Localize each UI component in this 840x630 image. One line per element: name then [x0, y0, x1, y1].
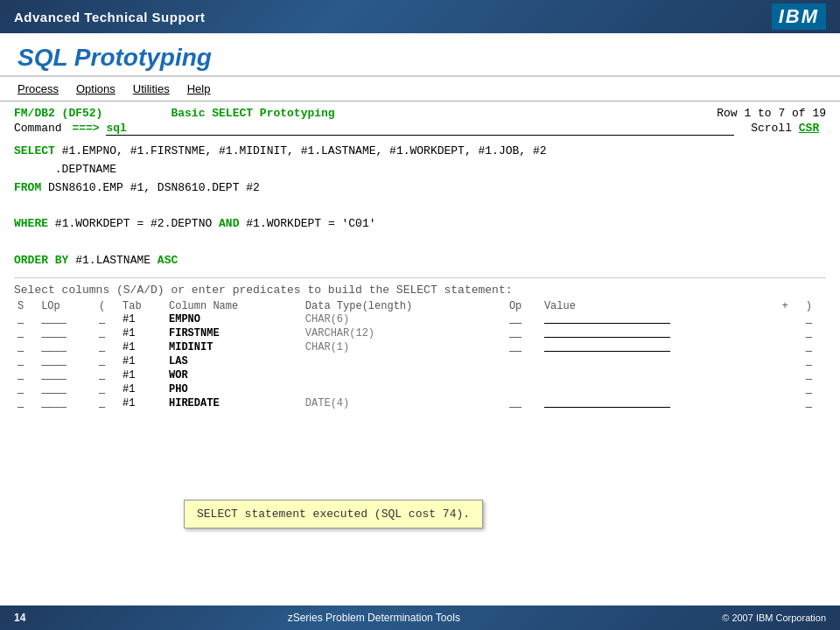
- page-title: SQL Prototyping: [18, 44, 822, 72]
- main-content: FM/DB2 (DF52) Basic SELECT Prototyping R…: [0, 102, 840, 416]
- sql-line-2: .DEPTNAME: [14, 161, 826, 179]
- command-arrow: ===>: [66, 122, 107, 135]
- page-title-area: SQL Prototyping: [0, 33, 840, 77]
- header-tab: Tab: [119, 300, 165, 312]
- page-number: 14: [14, 612, 25, 624]
- menu-options[interactable]: Options: [76, 82, 116, 95]
- column-table: S LOp ( Tab Column Name Data Type(length…: [14, 300, 826, 410]
- sql-line-blank1: [14, 197, 826, 215]
- header-paren: (: [95, 300, 119, 312]
- sql-line-1: SELECT #1.EMPNO, #1.FIRSTNME, #1.MIDINIT…: [14, 143, 826, 161]
- copyright: © 2007 IBM Corporation: [722, 612, 826, 623]
- sql-block: SELECT #1.EMPNO, #1.FIRSTNME, #1.MIDINIT…: [14, 143, 826, 270]
- header-lop: LOp: [38, 300, 95, 312]
- header-value: Value: [541, 300, 779, 312]
- scroll-label: Scroll: [751, 122, 792, 135]
- banner-title: Advanced Technical Support: [14, 10, 206, 24]
- menu-help[interactable]: Help: [187, 82, 211, 95]
- command-label: Command: [14, 122, 62, 135]
- info-row: FM/DB2 (DF52) Basic SELECT Prototyping R…: [14, 107, 826, 120]
- sql-line-3: FROM DSN8610.EMP #1, DSN8610.DEPT #2: [14, 179, 826, 198]
- sql-line-4: WHERE #1.WORKDEPT = #2.DEPTNO AND #1.WOR…: [14, 215, 826, 234]
- header-datatype: Data Type(length): [302, 300, 506, 312]
- command-input[interactable]: sql: [106, 122, 733, 136]
- app-id: FM/DB2 (DF52) Basic SELECT Prototyping: [14, 107, 335, 120]
- table-row: _ ____ _ #1 PHO _: [14, 382, 826, 396]
- sql-tooltip: SELECT statement executed (SQL cost 74).: [184, 500, 483, 528]
- header-s: S: [14, 300, 38, 312]
- table-row: _ ____ _ #1 FIRSTNME VARCHAR(12) __ ____…: [14, 326, 826, 340]
- table-row: _ ____ _ #1 MIDINIT CHAR(1) __ _________…: [14, 340, 826, 354]
- row-info: Row 1 to 7 of 19: [717, 107, 826, 120]
- sql-line-5: ORDER BY #1.LASTNAME ASC: [14, 252, 826, 270]
- instruction-text: Select columns (S/A/D) or enter predicat…: [14, 284, 826, 297]
- ibm-logo: IBM: [772, 4, 826, 30]
- app-name: zSeries Problem Determination Tools: [288, 612, 460, 624]
- divider: [14, 277, 826, 278]
- bottom-bar: 14 zSeries Problem Determination Tools ©…: [0, 606, 840, 630]
- top-banner: Advanced Technical Support IBM: [0, 0, 840, 33]
- table-header-row: S LOp ( Tab Column Name Data Type(length…: [14, 300, 826, 312]
- table-row: _ ____ _ #1 WOR _: [14, 368, 826, 382]
- menu-process[interactable]: Process: [18, 82, 59, 95]
- command-row: Command ===> sql Scroll CSR: [14, 122, 826, 136]
- sql-line-blank2: [14, 234, 826, 252]
- table-row: _ ____ _ #1 HIREDATE DATE(4) __ ________…: [14, 396, 826, 410]
- table-row: _ ____ _ #1 LAS _: [14, 354, 826, 368]
- scroll-value: CSR: [799, 122, 819, 135]
- menu-utilities[interactable]: Utilities: [133, 82, 170, 95]
- header-plus: +: [779, 300, 802, 312]
- header-paren-close: ): [802, 300, 826, 312]
- header-colname: Column Name: [165, 300, 302, 312]
- header-op: Op: [506, 300, 541, 312]
- table-row: _ ____ _ #1 EMPNO CHAR(6) __ ___________…: [14, 312, 826, 326]
- menu-bar: Process Options Utilities Help: [0, 77, 840, 102]
